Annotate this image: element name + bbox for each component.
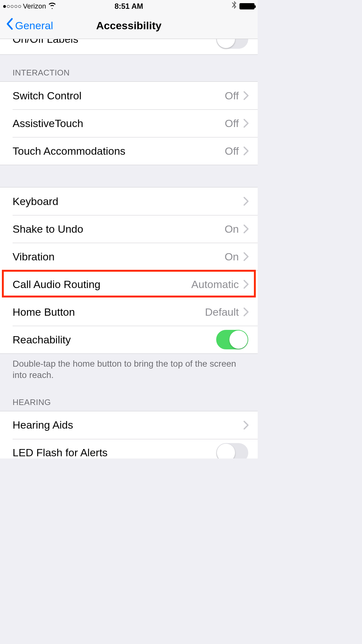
toggle-onoff-labels[interactable] [216, 39, 248, 49]
signal-strength-icon [3, 5, 21, 8]
chevron-left-icon [6, 18, 13, 32]
cell-value: Off [225, 145, 239, 157]
cell-label: LED Flash for Alerts [13, 447, 107, 458]
section-spacer [0, 165, 258, 187]
cell-shake-to-undo[interactable]: Shake to UndoOn [0, 215, 258, 243]
chevron-right-icon [243, 91, 249, 100]
back-label: General [15, 19, 53, 32]
battery-icon [239, 3, 255, 9]
chevron-right-icon [243, 280, 249, 289]
cell-assistivetouch[interactable]: AssistiveTouchOff [0, 109, 258, 137]
chevron-right-icon [243, 146, 249, 156]
cell-value: Default [205, 306, 239, 318]
cell-hearing-aids[interactable]: Hearing Aids [0, 411, 258, 439]
cell-led-flash-for-alerts[interactable]: LED Flash for Alerts [0, 439, 258, 458]
section-header-hearing: HEARING [0, 384, 258, 411]
chevron-right-icon [243, 252, 249, 261]
cell-value: On [225, 251, 239, 263]
status-right [231, 1, 255, 12]
chevron-right-icon [243, 119, 249, 128]
cell-label: Touch Accommodations [13, 145, 125, 157]
toggle[interactable] [216, 443, 248, 458]
cell-switch-control[interactable]: Switch ControlOff [0, 82, 258, 109]
cell-label: Shake to Undo [13, 223, 83, 235]
status-time: 8:51 AM [114, 2, 143, 11]
section-footer-reachability: Double-tap the home button to bring the … [0, 354, 258, 384]
chevron-right-icon [243, 197, 249, 206]
cell-group-interaction2: KeyboardShake to UndoOnVibrationOnCall A… [0, 187, 258, 354]
cell-label: On/Off Labels [13, 39, 78, 45]
wifi-icon [48, 2, 57, 11]
cell-reachability[interactable]: Reachability [0, 326, 258, 353]
partial-row-onoff-labels: On/Off Labels [0, 39, 258, 55]
cell-label: Vibration [13, 251, 55, 263]
cell-vibration[interactable]: VibrationOn [0, 243, 258, 270]
bluetooth-icon [231, 1, 237, 12]
chevron-right-icon [243, 307, 249, 317]
chevron-right-icon [243, 420, 249, 430]
cell-value: Off [225, 117, 239, 130]
cell-label: Call Audio Routing [13, 278, 101, 291]
cell-value: Automatic [191, 278, 239, 291]
cell-group-interaction: Switch ControlOffAssistiveTouchOffTouch … [0, 81, 258, 165]
cell-label: Switch Control [13, 90, 81, 102]
cell-label: AssistiveTouch [13, 117, 83, 130]
cell-label: Reachability [13, 334, 71, 346]
cell-onoff-labels[interactable]: On/Off Labels [0, 39, 258, 53]
cell-value: Off [225, 90, 239, 102]
cell-value: On [225, 223, 239, 235]
cell-group-hearing: Hearing AidsLED Flash for Alerts [0, 411, 258, 458]
chevron-right-icon [243, 224, 249, 234]
nav-bar: General Accessibility [0, 13, 258, 39]
page-title: Accessibility [96, 19, 162, 32]
cell-label: Keyboard [13, 195, 58, 208]
cell-label: Hearing Aids [13, 419, 73, 431]
cell-touch-accommodations[interactable]: Touch AccommodationsOff [0, 137, 258, 165]
cell-call-audio-routing[interactable]: Call Audio RoutingAutomatic [0, 270, 258, 298]
status-left: Verizon [3, 2, 57, 11]
cell-keyboard[interactable]: Keyboard [0, 187, 258, 215]
carrier-label: Verizon [23, 2, 46, 10]
status-bar: Verizon 8:51 AM [0, 0, 258, 13]
cell-label: Home Button [13, 306, 75, 318]
back-button[interactable]: General [6, 19, 53, 32]
section-header-interaction: INTERACTION [0, 55, 258, 81]
toggle[interactable] [216, 330, 248, 349]
cell-home-button[interactable]: Home ButtonDefault [0, 298, 258, 326]
